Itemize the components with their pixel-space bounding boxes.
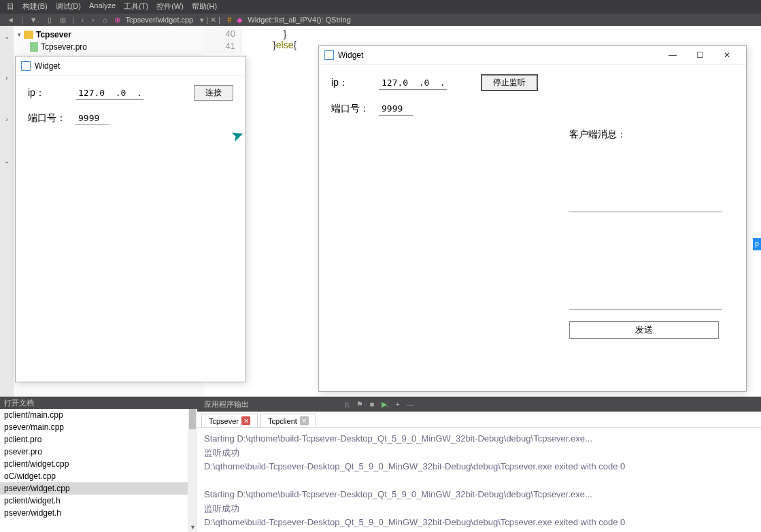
menu-item[interactable]: 工具(T) [124, 1, 148, 12]
client-messages-label: 客户端消息： [569, 129, 722, 141]
send-button[interactable]: 发送 [569, 321, 719, 339]
titlebar[interactable]: Widget [16, 56, 246, 76]
open-file-item[interactable]: psever/widget.cpp [0, 482, 197, 495]
open-documents-header: 打开文档 [0, 397, 197, 409]
locate-icon[interactable]: ⎌ [345, 400, 350, 409]
chevron-down-icon[interactable]: ⌄ [4, 33, 10, 40]
open-documents-list[interactable]: pclient/main.cpp psever/main.cpp pclient… [0, 409, 197, 532]
tree-file[interactable]: Tcpsever.pro [14, 41, 204, 53]
widget-window-client[interactable]: Widget ip： 连接 端口号： [15, 56, 246, 382]
add-icon[interactable]: + [396, 400, 400, 409]
menu-item[interactable]: 调试(D) [56, 1, 81, 12]
hash-icon[interactable]: # [227, 16, 231, 24]
window-title: Widget [35, 61, 60, 71]
port-label: 端口号： [28, 112, 75, 124]
sidebar-collapse-strip[interactable]: ⌄ › › ⌄ [0, 26, 14, 397]
debug-flag-icon[interactable]: ⚑ [356, 400, 363, 409]
close-button[interactable]: ✕ [713, 50, 741, 60]
filter-icon[interactable]: ▼. [30, 16, 39, 24]
connect-button[interactable]: 连接 [194, 85, 233, 101]
chevron-right-icon[interactable]: › [5, 74, 7, 82]
ip-input[interactable] [379, 76, 447, 90]
project-tree[interactable]: ▾ Tcpsever Tcpsever.pro [14, 26, 204, 56]
ip-input[interactable] [75, 86, 143, 100]
scrollbar-thumb[interactable] [189, 409, 196, 429]
open-file-item[interactable]: psever/widget.h [0, 507, 197, 519]
split-icon[interactable]: ⊞ [60, 16, 66, 24]
port-label: 端口号： [331, 103, 379, 115]
port-input[interactable] [75, 112, 109, 125]
code-content[interactable]: } }else{ [252, 29, 297, 50]
close-icon[interactable]: ✕ [241, 416, 250, 425]
port-input[interactable] [379, 102, 413, 116]
nav-next-icon[interactable]: › [92, 16, 95, 24]
main-menu-bar[interactable]: 目 构建(B) 调试(D) Analyze 工具(T) 控件(W) 帮助(H) [0, 0, 761, 14]
rerun-icon[interactable]: ▶. [382, 400, 389, 409]
breadcrumb-file[interactable]: Tcpsever/widget.cpp [126, 16, 194, 24]
remove-icon[interactable]: — [407, 400, 414, 409]
chevron-down-icon[interactable]: ▾ [18, 31, 21, 38]
maximize-button[interactable]: ☐ [686, 50, 713, 60]
open-file-item[interactable]: pclient/main.cpp [0, 409, 197, 421]
chevron-right-icon[interactable]: › [5, 116, 7, 123]
scroll-down-icon[interactable]: ▼ [190, 524, 196, 531]
menu-item[interactable]: Analyze [89, 1, 116, 12]
menu-item[interactable]: 目 [7, 1, 14, 12]
folder-icon [24, 31, 33, 39]
home-icon[interactable]: ⌂ [103, 16, 107, 24]
target-icon[interactable]: ⊕ [114, 16, 120, 24]
open-file-item[interactable]: pclient/widget.cpp [0, 458, 197, 470]
output-tab[interactable]: Tcpsever ✕ [201, 414, 258, 427]
ip-label: ip： [28, 87, 75, 99]
tree-root[interactable]: ▾ Tcpsever [14, 29, 204, 41]
tag-icon[interactable]: ◆ [237, 16, 242, 24]
output-title: 应用程序输出 [204, 399, 249, 410]
window-title: Widget [338, 50, 363, 60]
chevron-down-icon[interactable]: ⌄ [4, 157, 10, 165]
open-file-item[interactable]: psever/main.cpp [0, 421, 197, 433]
open-file-item[interactable]: pclient.pro [0, 433, 197, 446]
open-file-item[interactable]: pclient/widget.h [0, 495, 197, 507]
message-input[interactable] [569, 228, 722, 310]
output-tabs[interactable]: Tcpsever ✕ Tcpclient ✕ [197, 412, 761, 428]
right-edge-tab[interactable]: p [753, 238, 761, 250]
output-console[interactable]: Starting D:\qthome\build-Tcpsever-Deskto… [197, 428, 761, 532]
client-messages-display[interactable] [569, 148, 722, 212]
open-file-item[interactable]: oC/widget.cpp [0, 470, 197, 482]
line-gutter: 40 41 [204, 26, 241, 53]
menu-item[interactable]: 控件(W) [156, 1, 184, 12]
ip-label: ip： [331, 77, 379, 89]
output-tab[interactable]: Tcpclient ✕ [260, 414, 316, 427]
nav-prev-icon[interactable]: ‹ [82, 16, 84, 24]
stop-icon[interactable]: ■ [370, 400, 375, 409]
scrollbar[interactable]: ▼ [188, 409, 197, 532]
open-file-item[interactable]: psever.pro [0, 446, 197, 458]
app-icon [324, 50, 334, 60]
file-icon [30, 42, 38, 52]
app-icon [21, 61, 31, 71]
minimize-button[interactable]: — [659, 50, 686, 60]
column-icon[interactable]: ▯ [48, 16, 52, 24]
menu-item[interactable]: 帮助(H) [192, 1, 217, 12]
breadcrumb-symbol[interactable]: Widget::list_all_IPV4(): QString [248, 16, 351, 24]
breadcrumb-toolbar: ◄ | ▼. ▯ ⊞ | ‹ › ⌂ ⊕ Tcpsever/widget.cpp… [0, 14, 761, 26]
widget-window-server[interactable]: Widget — ☐ ✕ ip： 停止监听 端口号： 客户端消息： [318, 45, 747, 392]
nav-back-icon[interactable]: ◄ [7, 16, 14, 24]
titlebar[interactable]: Widget — ☐ ✕ [319, 46, 746, 65]
menu-item[interactable]: 构建(B) [22, 1, 48, 12]
close-icon[interactable]: ✕ [300, 416, 309, 425]
stop-listen-button[interactable]: 停止监听 [481, 74, 538, 91]
output-panel-header: 应用程序输出 ⎌ ⚑ ■ ▶. + — [197, 397, 761, 412]
